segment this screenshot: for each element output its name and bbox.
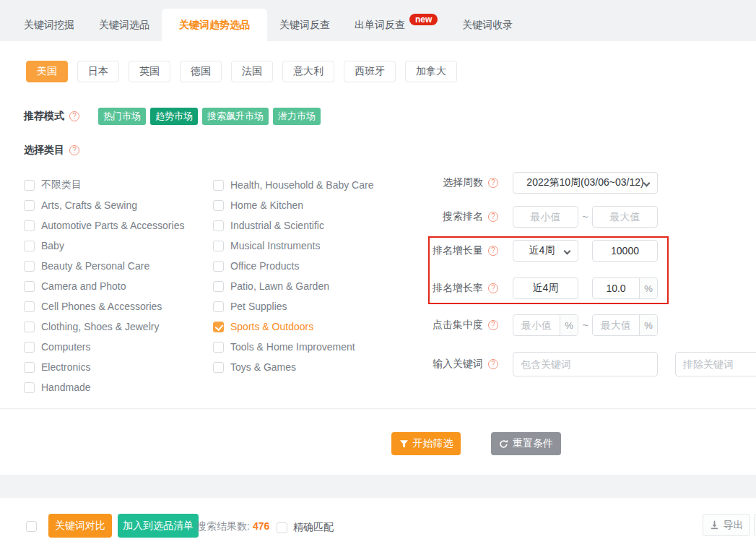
country-es[interactable]: 西班牙 (344, 61, 396, 82)
checkbox-checked[interactable] (213, 322, 224, 332)
click-concentration-min-group: % (513, 314, 578, 336)
add-to-selection-list-button[interactable]: 加入到选品清单 (118, 514, 199, 538)
category-tools[interactable]: Tools & Home Improvement (213, 337, 402, 357)
search-rank-label: 搜索排名 (443, 210, 483, 223)
click-concentration-max-input[interactable] (593, 315, 639, 335)
category-arts-crafts[interactable]: Arts, Crafts & Sewing (24, 195, 213, 215)
country-de[interactable]: 德国 (180, 61, 222, 82)
download-icon (710, 520, 719, 530)
help-icon[interactable]: ? (488, 246, 498, 256)
category-sports-outdoors[interactable]: Sports & Outdoors (213, 316, 402, 337)
exact-match-checkbox[interactable] (277, 522, 287, 533)
tag-potential-market[interactable]: 潜力市场 (273, 108, 321, 125)
rank-growth-rate-label-row: 排名增长率 ? (397, 281, 498, 296)
category-electronics[interactable]: Electronics (24, 357, 213, 377)
category-patio[interactable]: Patio, Lawn & Garden (213, 276, 402, 296)
exact-match-toggle[interactable]: 精确匹配 (277, 521, 334, 534)
select-all-checkbox[interactable] (26, 521, 37, 532)
tab-keyword-mining[interactable]: 关键词挖掘 (12, 9, 87, 41)
checkbox[interactable] (213, 241, 224, 251)
tab-keyword-selection[interactable]: 关键词选品 (87, 9, 162, 41)
rank-growth-amount-period-select[interactable]: 近4周 (513, 240, 578, 262)
top-tab-bar: 关键词挖掘 关键词选品 关键词趋势选品 关键词反查 出单词反查 new 关键词收… (0, 0, 756, 41)
checkbox[interactable] (24, 301, 35, 312)
help-icon[interactable]: ? (488, 283, 498, 293)
category-unlimited[interactable]: 不限类目 (24, 175, 213, 195)
rank-growth-rate-input[interactable] (593, 278, 639, 298)
include-keywords-input[interactable] (513, 352, 658, 376)
category-health[interactable]: Health, Household & Baby Care (213, 175, 402, 195)
help-icon[interactable]: ? (488, 178, 498, 188)
checkbox[interactable] (213, 200, 224, 211)
category-cell-phones[interactable]: Cell Phones & Accessories (24, 296, 213, 316)
help-icon[interactable]: ? (69, 111, 79, 121)
click-concentration-label-row: 点击集中度 ? (397, 318, 498, 332)
keyword-compare-button[interactable]: 关键词对比 (48, 514, 112, 538)
recommend-mode-row: 推荐模式 ? 热门市场 趋势市场 搜索飙升市场 潜力市场 (24, 108, 321, 125)
search-rank-min-input[interactable] (513, 206, 578, 228)
keywords-label-row: 输入关键词 ? (397, 357, 498, 371)
tab-keyword-trend-selection[interactable]: 关键词趋势选品 (162, 9, 267, 41)
tab-keyword-indexing[interactable]: 关键词收录 (450, 9, 525, 41)
mode-tags: 热门市场 趋势市场 搜索飙升市场 潜力市场 (98, 108, 321, 125)
checkbox[interactable] (24, 281, 35, 292)
checkbox[interactable] (213, 220, 224, 231)
checkbox[interactable] (213, 342, 224, 353)
tag-trend-market[interactable]: 趋势市场 (150, 108, 198, 125)
help-icon[interactable]: ? (69, 145, 79, 155)
checkbox[interactable] (213, 301, 224, 312)
click-concentration-label: 点击集中度 (433, 319, 483, 332)
search-rank-max-input[interactable] (592, 206, 658, 228)
tag-hot-market[interactable]: 热门市场 (98, 108, 146, 125)
rank-growth-amount-input[interactable] (592, 240, 658, 262)
checkbox[interactable] (213, 180, 224, 191)
checkbox[interactable] (24, 342, 35, 353)
category-musical[interactable]: Musical Instruments (213, 236, 402, 256)
category-computers[interactable]: Computers (24, 337, 213, 357)
help-icon[interactable]: ? (488, 212, 498, 222)
tab-label: 出单词反查 (355, 19, 405, 32)
country-us[interactable]: 美国 (26, 61, 68, 82)
help-icon[interactable]: ? (488, 320, 498, 330)
checkbox[interactable] (24, 382, 35, 393)
category-automotive[interactable]: Automotive Parts & Accessories (24, 215, 213, 236)
week-select[interactable]: 2022第10周(03/06~03/12) (513, 172, 658, 194)
checkbox[interactable] (213, 362, 224, 373)
help-icon[interactable]: ? (488, 359, 498, 369)
category-industrial[interactable]: Industrial & Scientific (213, 215, 402, 236)
checkbox[interactable] (213, 261, 224, 272)
tab-keyword-reverse-lookup[interactable]: 关键词反查 (267, 9, 342, 41)
country-jp[interactable]: 日本 (77, 61, 119, 82)
category-column-right: Health, Household & Baby Care Home & Kit… (213, 175, 402, 377)
category-home-kitchen[interactable]: Home & Kitchen (213, 195, 402, 215)
checkbox[interactable] (24, 261, 35, 272)
category-camera[interactable]: Camera and Photo (24, 276, 213, 296)
country-uk[interactable]: 英国 (129, 61, 170, 82)
rank-growth-rate-period-box[interactable]: 近4周 (513, 277, 578, 299)
checkbox[interactable] (24, 241, 35, 251)
country-it[interactable]: 意大利 (282, 61, 334, 82)
checkbox[interactable] (24, 180, 35, 191)
category-baby[interactable]: Baby (24, 236, 213, 256)
checkbox[interactable] (24, 322, 35, 332)
start-filter-button[interactable]: 开始筛选 (391, 432, 461, 455)
checkbox[interactable] (24, 220, 35, 231)
category-beauty[interactable]: Beauty & Personal Care (24, 256, 213, 276)
category-pet-supplies[interactable]: Pet Supplies (213, 296, 402, 316)
click-concentration-min-input[interactable] (513, 315, 560, 335)
category-office[interactable]: Office Products (213, 256, 402, 276)
country-ca[interactable]: 加拿大 (405, 61, 457, 82)
tab-order-word-reverse-lookup[interactable]: 出单词反查 new (342, 9, 450, 41)
category-clothing[interactable]: Clothing, Shoes & Jewelry (24, 316, 213, 337)
category-toys-games[interactable]: Toys & Games (213, 357, 402, 377)
export-button[interactable]: 导出 (703, 514, 750, 536)
country-fr[interactable]: 法国 (231, 61, 273, 82)
reset-conditions-button[interactable]: 重置条件 (491, 432, 561, 455)
refresh-icon (499, 439, 508, 449)
tag-search-surge-market[interactable]: 搜索飙升市场 (202, 108, 269, 125)
exclude-keywords-input[interactable] (675, 352, 756, 376)
checkbox[interactable] (24, 362, 35, 373)
checkbox[interactable] (24, 200, 35, 211)
category-handmade[interactable]: Handmade (24, 377, 213, 397)
checkbox[interactable] (213, 281, 224, 292)
